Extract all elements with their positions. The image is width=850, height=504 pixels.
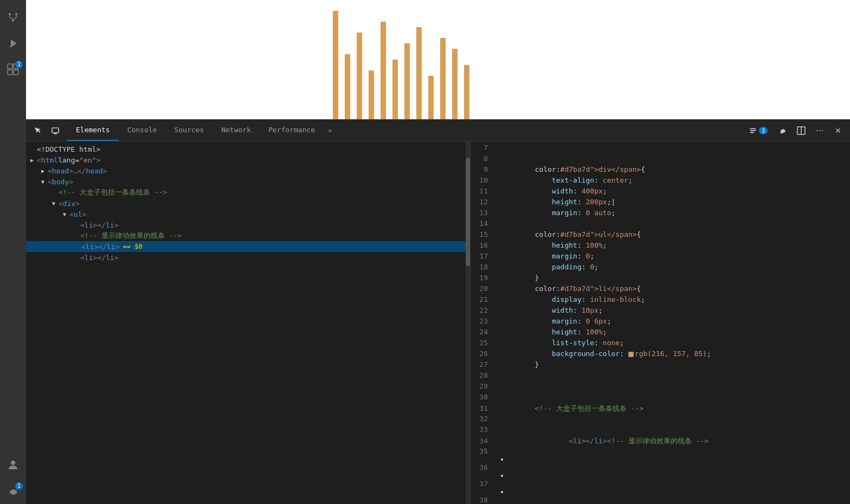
expand-arrow-html: ▶	[30, 157, 37, 163]
tab-sources[interactable]: Sources	[165, 120, 212, 141]
tree-li-1[interactable]: <li></li>	[26, 219, 470, 230]
settings-activity-item[interactable]	[0, 478, 26, 504]
line-number: 30	[471, 393, 497, 401]
html-tree-panel: <!DOCTYPE html> ▶ <html lang="en"> ▶	[26, 141, 471, 504]
svg-line-6	[13, 17, 16, 20]
toolbar-right: 3 ⋯ ✕	[745, 123, 846, 138]
console-badge: 3	[759, 127, 768, 134]
line-number: 11	[471, 187, 497, 195]
line-number: 15	[471, 230, 497, 238]
tree-doctype[interactable]: <!DOCTYPE html>	[26, 144, 470, 154]
code-line: 26 background-color: rgb(216, 157, 85);	[471, 350, 850, 360]
line-number: 33	[471, 425, 497, 434]
activity-bar	[0, 0, 26, 504]
expand-arrow-div: ▼	[52, 201, 59, 206]
code-editor-content[interactable]: 7 音乐律动效果8 9 color:#d7ba7d">div</span>{10…	[471, 141, 850, 504]
svg-point-0	[9, 13, 11, 15]
tab-performance[interactable]: Performance	[260, 120, 324, 141]
code-line: 37	[471, 480, 850, 496]
code-line: 32	[471, 415, 850, 425]
line-content: 音乐律动效果	[497, 144, 850, 152]
cursor-tool-button[interactable]	[30, 123, 46, 138]
line-number: 14	[471, 219, 497, 228]
tree-body[interactable]: ▼ <body>	[26, 176, 470, 187]
code-line: 10 text-align: center;	[471, 176, 850, 187]
line-content: }	[497, 274, 850, 282]
toolbar-icons	[30, 123, 63, 138]
extensions-activity-item[interactable]	[0, 56, 26, 82]
line-content: color:#d7ba7d">li</span>{	[497, 285, 850, 293]
svg-line-4	[10, 17, 13, 20]
run-activity-item[interactable]	[0, 30, 26, 56]
tree-ul[interactable]: ▼ <ul>	[26, 209, 470, 219]
code-line: 28	[471, 371, 850, 382]
expand-arrow-body: ▼	[41, 179, 48, 185]
line-number: 7	[471, 144, 497, 152]
svg-rect-7	[10, 46, 12, 47]
line-content	[497, 371, 850, 379]
code-line: 21 display: inline-block;	[471, 295, 850, 306]
tree-li-selected[interactable]: · <li></li> == $0	[26, 241, 470, 252]
tree-comment1[interactable]: <!-- 大盒子包括一条条线条 -->	[26, 187, 470, 198]
code-line: 18 padding: 0;	[471, 263, 850, 274]
svg-point-2	[12, 20, 14, 22]
line-content: height: 100%;	[497, 241, 850, 249]
more-tabs-button[interactable]: »	[324, 120, 337, 141]
line-content	[497, 447, 850, 463]
tree-html[interactable]: ▶ <html lang="en">	[26, 154, 470, 165]
code-line: 27 }	[471, 360, 850, 371]
tab-console[interactable]: Console	[119, 120, 166, 141]
code-line: 29	[471, 382, 850, 393]
line-content	[497, 154, 850, 163]
line-number: 20	[471, 285, 497, 293]
tab-network[interactable]: Network	[212, 120, 260, 141]
line-content: width: 400px;	[497, 187, 850, 195]
line-content: background-color: rgb(216, 157, 85);	[497, 350, 850, 358]
devtools-body: <!DOCTYPE html> ▶ <html lang="en"> ▶	[26, 141, 850, 504]
more-options-button[interactable]: ⋯	[812, 123, 827, 138]
code-line: 12 height: 200px;|	[471, 198, 850, 209]
code-line: 25 list-style: none;	[471, 339, 850, 350]
git-activity-item[interactable]	[0, 4, 26, 30]
line-content: text-align: center;	[497, 176, 850, 184]
svg-rect-10	[8, 70, 12, 75]
tree-head[interactable]: ▶ <head>…</head>	[26, 165, 470, 176]
svg-rect-8	[8, 64, 12, 69]
devtools-settings-button[interactable]	[775, 123, 790, 138]
dollar-zero-indicator: == $0	[123, 243, 142, 250]
code-line: 24 height: 100%;	[471, 328, 850, 339]
line-number: 25	[471, 339, 497, 347]
html-scrollbar[interactable]	[466, 141, 470, 504]
code-line: 38	[471, 496, 850, 504]
tree-li-3[interactable]: <li></li>	[26, 252, 470, 263]
line-content	[497, 382, 850, 390]
code-line: 35	[471, 447, 850, 463]
line-number: 16	[471, 241, 497, 249]
close-devtools-button[interactable]: ✕	[830, 123, 846, 138]
html-scrollbar-thumb[interactable]	[466, 158, 470, 266]
account-activity-item[interactable]	[0, 452, 26, 478]
line-content	[497, 496, 850, 504]
line-number: 28	[471, 371, 497, 379]
tree-div[interactable]: ▼ <div>	[26, 198, 470, 209]
line-content	[497, 463, 850, 480]
line-number: 32	[471, 415, 497, 423]
dock-side-button[interactable]	[794, 123, 809, 138]
console-badge-button[interactable]: 3	[745, 125, 772, 137]
code-editor-panel: 7 音乐律动效果8 9 color:#d7ba7d">div</span>{10…	[471, 141, 850, 504]
tree-comment2[interactable]: <!-- 显示律动效果的线条 -->	[26, 230, 470, 241]
devtools-tabs: Elements Console Sources Network Perform…	[67, 120, 745, 141]
svg-rect-9	[14, 64, 18, 69]
expand-arrow-ul: ▼	[63, 211, 69, 217]
line-number: 35	[471, 447, 497, 455]
line-number: 38	[471, 496, 497, 504]
devtools-panel: Elements Console Sources Network Perform…	[26, 119, 850, 504]
line-number: 34	[471, 437, 497, 445]
line-content: margin: 0 6px;	[497, 317, 850, 325]
tab-elements[interactable]: Elements	[67, 120, 119, 141]
line-content: <li></li><!-- 显示律动效果的线条 -->	[497, 436, 850, 446]
device-tool-button[interactable]	[48, 123, 63, 138]
line-content: }	[497, 360, 850, 369]
line-content: height: 100%;	[497, 328, 850, 336]
devtools-toolbar: Elements Console Sources Network Perform…	[26, 120, 850, 141]
